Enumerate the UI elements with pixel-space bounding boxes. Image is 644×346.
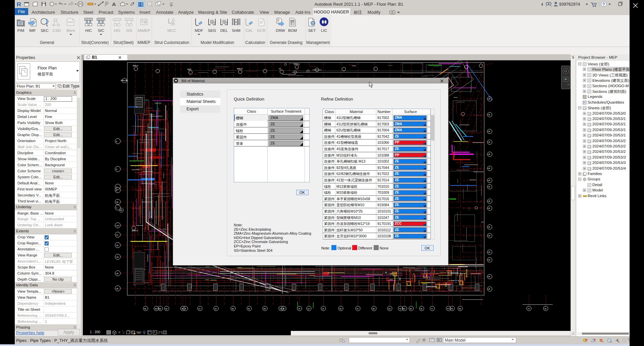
svg-text:LB: LB bbox=[116, 288, 118, 290]
svg-text:LB: LB bbox=[488, 114, 490, 116]
svg-text:53: 53 bbox=[165, 308, 167, 310]
svg-text:A: A bbox=[112, 2, 116, 7]
svg-text:77: 77 bbox=[184, 308, 186, 310]
svg-text:1B: 1B bbox=[116, 201, 118, 203]
svg-text:93: 93 bbox=[339, 308, 341, 310]
svg-text:?: ? bbox=[602, 2, 605, 7]
svg-text:49: 49 bbox=[282, 308, 284, 310]
svg-text:U8: U8 bbox=[116, 256, 118, 258]
svg-text:BSS-Q: BSS-Q bbox=[294, 63, 300, 65]
svg-text:R: R bbox=[17, 1, 21, 8]
svg-text:1 : 200: 1 : 200 bbox=[90, 330, 100, 334]
svg-text:LB: LB bbox=[488, 235, 490, 237]
svg-text:36: 36 bbox=[459, 308, 461, 310]
svg-text:85: 85 bbox=[159, 308, 161, 310]
svg-text:66: 66 bbox=[144, 308, 146, 310]
svg-text:34: 34 bbox=[544, 308, 546, 310]
svg-text:LB: LB bbox=[488, 167, 490, 169]
svg-text:LB: LB bbox=[488, 288, 490, 290]
svg-text:BSN-A: BSN-A bbox=[132, 230, 138, 232]
svg-text:D: D bbox=[116, 168, 117, 170]
svg-text:21: 21 bbox=[199, 308, 201, 310]
svg-text:63: 63 bbox=[403, 308, 405, 310]
svg-text:56: 56 bbox=[232, 308, 234, 310]
svg-text:x: x bbox=[151, 4, 153, 7]
svg-text:LB: LB bbox=[488, 141, 490, 143]
svg-text:31: 31 bbox=[215, 308, 217, 310]
svg-text:LB: LB bbox=[488, 98, 490, 100]
svg-text:BSN-B1: BSN-B1 bbox=[121, 79, 128, 81]
svg-text:LB: LB bbox=[116, 273, 118, 275]
svg-text:53: 53 bbox=[388, 308, 390, 310]
svg-text:BSG: BSG bbox=[187, 68, 192, 70]
svg-text:47: 47 bbox=[357, 308, 359, 310]
svg-text:47: 47 bbox=[447, 308, 449, 310]
svg-text:75: 75 bbox=[451, 308, 453, 310]
svg-text:LB: LB bbox=[488, 200, 490, 202]
svg-text:LB: LB bbox=[488, 276, 490, 278]
svg-text:75: 75 bbox=[399, 308, 401, 310]
svg-text:LB: LB bbox=[488, 130, 490, 132]
svg-text:13: 13 bbox=[279, 68, 281, 70]
svg-text:24: 24 bbox=[322, 308, 324, 310]
svg-text:32: 32 bbox=[308, 308, 310, 310]
svg-text:R5: R5 bbox=[120, 209, 122, 211]
svg-text:LB: LB bbox=[488, 251, 490, 253]
svg-text:A1: A1 bbox=[116, 234, 118, 236]
svg-text:LB: LB bbox=[488, 207, 490, 209]
svg-text:LB: LB bbox=[488, 259, 490, 261]
svg-text:E: E bbox=[116, 140, 117, 142]
svg-text:50: 50 bbox=[248, 308, 250, 310]
svg-text:74: 74 bbox=[528, 308, 530, 310]
svg-text:1: 1 bbox=[106, 2, 107, 5]
svg-text:75: 75 bbox=[298, 308, 300, 310]
svg-text:A: A bbox=[116, 207, 117, 209]
svg-text:77: 77 bbox=[431, 308, 433, 310]
svg-text:56: 56 bbox=[264, 308, 266, 310]
svg-text:LB: LB bbox=[116, 244, 118, 246]
svg-text:LB: LB bbox=[488, 186, 490, 188]
svg-text:90: 90 bbox=[410, 308, 412, 310]
svg-text:B8S-H: B8S-H bbox=[237, 68, 243, 70]
svg-text:LB: LB bbox=[488, 179, 490, 181]
svg-text:U/A: U/A bbox=[116, 225, 119, 227]
svg-text:98: 98 bbox=[373, 308, 375, 310]
svg-text:B: B bbox=[116, 189, 117, 191]
svg-text:LB: LB bbox=[488, 153, 490, 155]
svg-text:30: 30 bbox=[420, 308, 422, 310]
svg-text:939762974: 939762974 bbox=[559, 2, 580, 7]
svg-text:89: 89 bbox=[155, 308, 157, 310]
svg-text:LB: LB bbox=[488, 226, 490, 228]
svg-text:B9N-A: B9N-A bbox=[133, 65, 139, 67]
